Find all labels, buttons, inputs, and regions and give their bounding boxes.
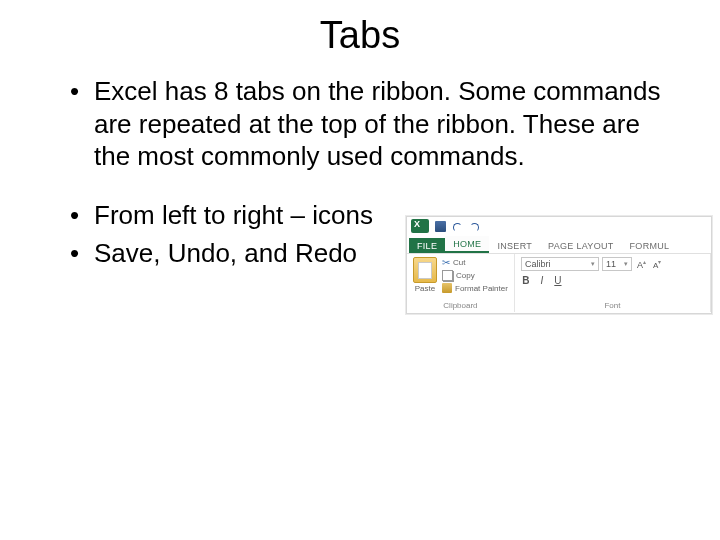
paste-label: Paste [413,284,437,293]
format-painter-icon [442,283,452,293]
tab-formulas: FORMUL [622,238,678,253]
cut-icon: ✂ [442,257,450,268]
tab-insert: INSERT [489,238,540,253]
decrease-font-icon: A▾ [651,258,663,270]
redo-icon [469,221,480,232]
ribbon-groups: Paste ✂Cut Copy Format Painter Clipboard… [407,253,711,312]
italic-button: I [537,275,547,286]
font-group: Calibri▾ 11▾ A▴ A▾ B I U Font [515,254,711,312]
bold-button: B [521,275,531,286]
excel-ribbon-illustration: FILE HOME INSERT PAGE LAYOUT FORMUL Past… [406,216,712,314]
increase-font-icon: A▴ [635,258,648,270]
font-size-combo: 11▾ [602,257,632,271]
clipboard-group: Paste ✂Cut Copy Format Painter Clipboard [407,254,515,312]
underline-button: U [553,275,563,286]
undo-icon [452,221,463,232]
ribbon-tabs: FILE HOME INSERT PAGE LAYOUT FORMUL [407,235,711,253]
tab-home: HOME [445,236,489,253]
paste-icon [413,257,437,283]
save-icon [435,221,446,232]
excel-logo-icon [411,219,429,233]
clipboard-group-label: Clipboard [413,301,508,310]
bullet-item: Excel has 8 tabs on the ribbon. Some com… [70,75,680,173]
chevron-down-icon: ▾ [591,260,595,268]
copy-label: Copy [456,271,475,280]
tab-file: FILE [409,238,445,253]
slide-title: Tabs [40,14,680,57]
font-name-combo: Calibri▾ [521,257,599,271]
copy-icon [442,270,453,281]
format-painter-label: Format Painter [455,284,508,293]
quick-access-toolbar [407,217,711,235]
tab-page-layout: PAGE LAYOUT [540,238,621,253]
paste-button: Paste [413,257,437,293]
chevron-down-icon: ▾ [624,260,628,268]
font-group-label: Font [521,301,704,310]
cut-label: Cut [453,258,465,267]
